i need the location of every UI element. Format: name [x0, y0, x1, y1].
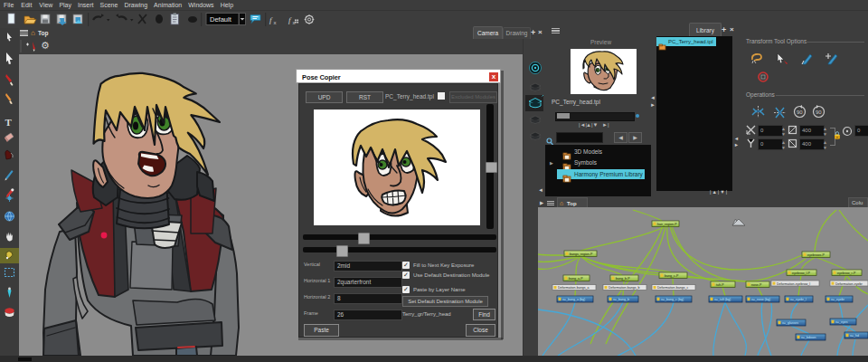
svg-text:bangs_region-P: bangs_region-P [570, 252, 593, 256]
svg-text:eyebrow_l-P: eyebrow_l-P [792, 272, 811, 275]
svg-text:T: T [5, 117, 13, 128]
svg-text:x=_bang_b: x=_bang_b [613, 298, 629, 301]
svg-text:hair_region-P: hair_region-P [657, 223, 677, 226]
svg-text:eyebrows-P: eyebrows-P [807, 253, 826, 257]
svg-text:Deformation-eyebr: Deformation-eyebr [835, 282, 863, 286]
svg-text:Deformation-bangs_b: Deformation-bangs_b [609, 286, 640, 290]
svg-text:x=_bdown: x=_bdown [801, 336, 816, 339]
svg-text:x=_bang_a (bg): x=_bang_a (bg) [562, 298, 585, 301]
svg-text:Deformation-bangs_a: Deformation-bangs_a [558, 286, 590, 290]
svg-text:x=_hd: x=_hd [850, 334, 859, 338]
svg-text:nose-P: nose-P [751, 283, 762, 287]
svg-text:x: x [274, 20, 277, 25]
svg-text:90: 90 [797, 110, 803, 115]
svg-text:x=_eyebr_l: x=_eyebr_l [790, 298, 807, 301]
svg-text:f: f [288, 15, 292, 24]
svg-text:Deformation-bangs_c: Deformation-bangs_c [657, 286, 689, 290]
svg-text:x=_bang_c (bg): x=_bang_c (bg) [661, 298, 684, 301]
svg-text:bang_b-P: bang_b-P [616, 277, 630, 281]
svg-text:f: f [269, 15, 273, 24]
svg-text:tuft-P: tuft-P [716, 283, 724, 287]
svg-text:x=_nose (bg): x=_nose (bg) [751, 298, 770, 301]
svg-text:90: 90 [816, 110, 822, 115]
svg-text:x=_eyes: x=_eyes [835, 320, 848, 324]
svg-text:bang_c-P: bang_c-P [665, 274, 679, 278]
svg-text:x=_glasses: x=_glasses [782, 321, 798, 325]
svg-text:x=_tuft (bg): x=_tuft (bg) [714, 298, 731, 301]
svg-text:eyebrow_r-P: eyebrow_r-P [837, 272, 856, 275]
svg-text:x=_eyebr: x=_eyebr [831, 298, 845, 301]
svg-text:bang_a-P: bang_a-P [569, 277, 583, 281]
svg-text:Default: Default [210, 15, 232, 24]
svg-text:Deformation-eyebrow_l: Deformation-eyebrow_l [777, 282, 810, 286]
